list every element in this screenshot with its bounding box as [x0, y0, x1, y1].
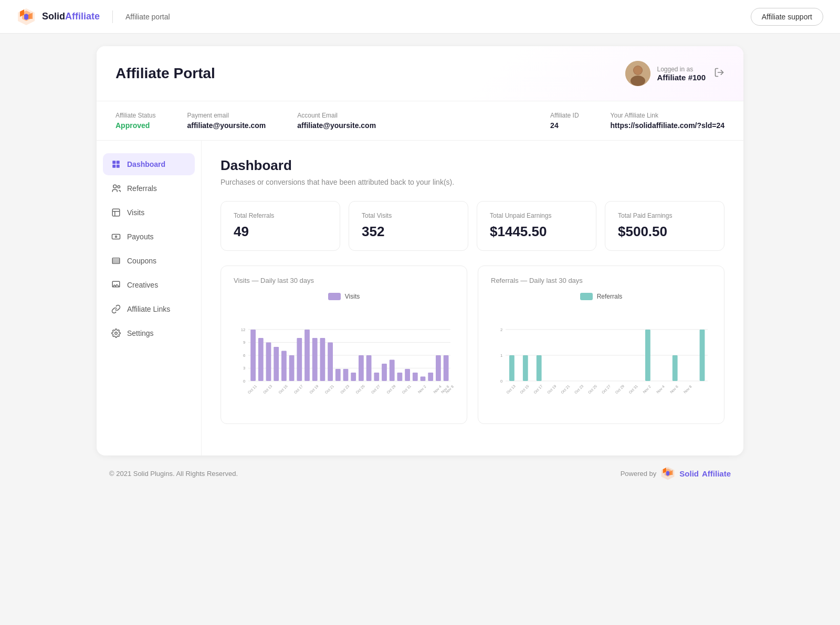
- svg-point-7: [631, 76, 645, 86]
- main-content: Dashboard Purchases or conversions that …: [202, 141, 743, 455]
- svg-rect-41: [289, 355, 295, 381]
- stat-label-unpaid: Total Unpaid Earnings: [490, 212, 583, 219]
- svg-text:Nov 8: Nov 8: [683, 385, 692, 394]
- page-wrapper: Affiliate Portal Logged in as Affiliate …: [84, 46, 756, 491]
- affiliate-id-label: Affiliate ID: [550, 112, 579, 119]
- svg-text:Oct 19: Oct 19: [309, 384, 319, 395]
- svg-marker-2: [24, 14, 28, 20]
- svg-rect-61: [444, 355, 449, 381]
- svg-text:Oct 25: Oct 25: [355, 384, 365, 395]
- affiliate-link-label: Your Affiliate Link: [611, 112, 724, 119]
- account-email-label: Account Email: [297, 112, 376, 119]
- svg-text:Oct 17: Oct 17: [293, 384, 304, 395]
- svg-rect-59: [428, 373, 433, 381]
- logo-icon: [17, 7, 36, 26]
- visits-legend-label: Visits: [345, 293, 360, 300]
- stat-label-referrals: Total Referrals: [234, 212, 327, 219]
- svg-rect-97: [700, 330, 705, 381]
- sidebar-label-coupons: Coupons: [127, 257, 156, 265]
- svg-text:Oct 23: Oct 23: [340, 384, 350, 395]
- logo-text: SolidAffiliate: [42, 11, 100, 22]
- logout-icon[interactable]: [714, 67, 724, 80]
- sidebar-item-affiliate-links[interactable]: Affiliate Links: [103, 298, 195, 320]
- svg-rect-42: [297, 338, 302, 381]
- account-email-value: affiliate@yoursite.com: [297, 121, 376, 130]
- sidebar-label-creatives: Creatives: [127, 281, 158, 289]
- svg-rect-44: [312, 338, 318, 381]
- footer-copyright: © 2021 Solid Plugins. All Rights Reserve…: [109, 470, 238, 478]
- svg-rect-37: [258, 338, 264, 381]
- sidebar-item-coupons[interactable]: Coupons: [103, 250, 195, 272]
- svg-text:Oct 13: Oct 13: [506, 384, 516, 395]
- svg-text:Oct 29: Oct 29: [386, 384, 396, 395]
- sidebar-label-payouts: Payouts: [127, 232, 154, 241]
- referrals-legend-box: [580, 293, 593, 300]
- svg-rect-51: [366, 355, 372, 381]
- svg-rect-40: [281, 351, 287, 381]
- sidebar-item-dashboard[interactable]: Dashboard: [103, 153, 195, 175]
- svg-text:Oct 31: Oct 31: [628, 384, 638, 395]
- svg-rect-46: [328, 343, 333, 382]
- svg-text:Oct 17: Oct 17: [533, 384, 543, 395]
- svg-text:0: 0: [243, 379, 245, 384]
- account-email-block: Account Email affiliate@yoursite.com: [297, 112, 376, 130]
- svg-text:3: 3: [243, 366, 245, 370]
- svg-text:Oct 13: Oct 13: [262, 384, 273, 395]
- svg-rect-17: [112, 235, 120, 239]
- svg-text:6: 6: [243, 353, 245, 358]
- referrals-chart-svg: 2 1 0: [491, 306, 711, 411]
- powered-by-label: Powered by: [621, 470, 657, 478]
- svg-rect-13: [117, 165, 120, 168]
- sidebar-item-settings[interactable]: Settings: [103, 322, 195, 344]
- affiliate-info-bar: Affiliate Status Approved Payment email …: [97, 101, 743, 141]
- affiliate-id-value: 24: [550, 121, 579, 130]
- svg-text:0: 0: [500, 379, 502, 384]
- svg-rect-53: [382, 364, 387, 381]
- svg-rect-45: [320, 338, 326, 381]
- visits-chart-svg: 12 9 6 3 0: [234, 306, 454, 411]
- sidebar-label-affiliate-links: Affiliate Links: [127, 305, 170, 313]
- svg-text:Nov 6: Nov 6: [669, 385, 679, 394]
- charts-row: Visits — Daily last 30 days Visits: [220, 266, 724, 424]
- svg-point-25: [115, 332, 118, 335]
- sidebar-item-payouts[interactable]: Payouts: [103, 226, 195, 248]
- svg-text:Oct 15: Oct 15: [519, 384, 530, 395]
- svg-text:9: 9: [243, 340, 245, 345]
- referrals-chart-legend: Referrals: [491, 293, 711, 300]
- svg-text:Oct 23: Oct 23: [574, 384, 584, 395]
- svg-rect-93: [645, 330, 650, 381]
- svg-text:Oct 31: Oct 31: [402, 384, 412, 395]
- sidebar-item-creatives[interactable]: Creatives: [103, 274, 195, 296]
- affiliate-support-button[interactable]: Affiliate support: [751, 8, 823, 26]
- payment-email-value: affiliate@yoursite.com: [187, 121, 266, 130]
- referrals-legend-label: Referrals: [597, 293, 623, 300]
- stat-value-unpaid: $1445.50: [490, 224, 583, 240]
- portal-body: Dashboard Referrals Visits: [97, 141, 743, 455]
- svg-rect-20: [112, 258, 120, 264]
- sidebar: Dashboard Referrals Visits: [97, 141, 202, 455]
- sidebar-item-visits[interactable]: Visits: [103, 202, 195, 224]
- referrals-chart-title: Referrals — Daily last 30 days: [491, 277, 711, 284]
- affiliate-link-block: Your Affiliate Link https://solidaffilia…: [611, 112, 724, 130]
- payouts-icon: [111, 232, 121, 241]
- svg-text:Oct 27: Oct 27: [601, 384, 612, 395]
- svg-text:Oct 27: Oct 27: [371, 384, 381, 395]
- svg-rect-36: [250, 330, 256, 381]
- stat-total-referrals: Total Referrals 49: [220, 201, 340, 251]
- payment-email-block: Payment email affiliate@yoursite.com: [187, 112, 266, 130]
- footer-logo-text: SolidAffiliate: [679, 469, 731, 478]
- svg-text:Nov 2: Nov 2: [642, 385, 652, 394]
- payment-email-label: Payment email: [187, 112, 266, 119]
- referrals-icon: [111, 184, 121, 193]
- sidebar-item-referrals[interactable]: Referrals: [103, 177, 195, 199]
- footer-logo-icon: [660, 466, 675, 481]
- svg-rect-38: [266, 343, 271, 382]
- logo-area: SolidAffiliate Affiliate portal: [17, 7, 170, 26]
- avatar-image: [625, 61, 650, 86]
- logged-in-label: Logged in as: [657, 66, 706, 73]
- svg-rect-60: [436, 355, 441, 381]
- affiliate-status-label: Affiliate Status: [116, 112, 156, 119]
- header-divider: [112, 10, 113, 23]
- svg-rect-56: [405, 369, 410, 381]
- stat-value-referrals: 49: [234, 224, 327, 240]
